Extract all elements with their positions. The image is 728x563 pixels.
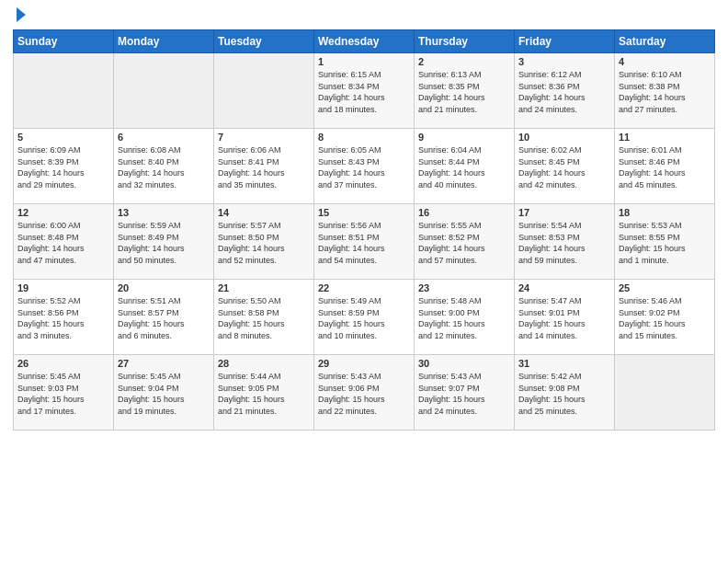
day-number: 14 [218, 207, 310, 218]
day-info: Sunrise: 5:44 AMSunset: 9:05 PMDaylight:… [218, 371, 310, 417]
col-header-monday: Monday [114, 30, 214, 53]
day-info: Sunrise: 5:42 AMSunset: 9:08 PMDaylight:… [518, 371, 610, 417]
day-number: 17 [518, 207, 610, 218]
calendar-week-1: 1Sunrise: 6:15 AMSunset: 8:34 PMDaylight… [14, 53, 715, 129]
day-number: 15 [318, 207, 410, 218]
calendar-cell: 4Sunrise: 6:10 AMSunset: 8:38 PMDaylight… [615, 53, 715, 129]
day-number: 31 [518, 358, 610, 369]
calendar-cell: 15Sunrise: 5:56 AMSunset: 8:51 PMDayligh… [314, 204, 415, 280]
calendar-cell: 30Sunrise: 5:43 AMSunset: 9:07 PMDayligh… [415, 355, 515, 431]
header [13, 9, 715, 22]
calendar-cell: 29Sunrise: 5:43 AMSunset: 9:06 PMDayligh… [314, 355, 415, 431]
day-info: Sunrise: 6:05 AMSunset: 8:43 PMDaylight:… [318, 144, 410, 190]
day-info: Sunrise: 6:09 AMSunset: 8:39 PMDaylight:… [17, 144, 109, 190]
calendar-cell: 1Sunrise: 6:15 AMSunset: 8:34 PMDaylight… [314, 53, 415, 129]
day-info: Sunrise: 5:54 AMSunset: 8:53 PMDaylight:… [518, 220, 610, 266]
day-number: 24 [518, 282, 610, 293]
col-header-tuesday: Tuesday [214, 30, 314, 53]
day-info: Sunrise: 5:55 AMSunset: 8:52 PMDaylight:… [418, 220, 510, 266]
logo-text [13, 9, 26, 22]
calendar-cell: 3Sunrise: 6:12 AMSunset: 8:36 PMDaylight… [515, 53, 615, 129]
calendar-cell: 31Sunrise: 5:42 AMSunset: 9:08 PMDayligh… [515, 355, 615, 431]
day-number: 23 [418, 282, 510, 293]
day-number: 25 [619, 282, 711, 293]
calendar-week-5: 26Sunrise: 5:45 AMSunset: 9:03 PMDayligh… [14, 355, 715, 431]
calendar-cell: 21Sunrise: 5:50 AMSunset: 8:58 PMDayligh… [214, 280, 314, 355]
day-info: Sunrise: 6:00 AMSunset: 8:48 PMDaylight:… [17, 220, 109, 266]
day-number: 30 [418, 358, 510, 369]
calendar-cell: 16Sunrise: 5:55 AMSunset: 8:52 PMDayligh… [415, 204, 515, 280]
calendar-table: SundayMondayTuesdayWednesdayThursdayFrid… [13, 29, 715, 431]
day-number: 26 [17, 358, 109, 369]
day-info: Sunrise: 6:02 AMSunset: 8:45 PMDaylight:… [518, 144, 610, 190]
day-info: Sunrise: 6:12 AMSunset: 8:36 PMDaylight:… [518, 69, 610, 115]
day-number: 29 [318, 358, 410, 369]
calendar-cell: 11Sunrise: 6:01 AMSunset: 8:46 PMDayligh… [615, 129, 715, 204]
day-number: 10 [518, 132, 610, 143]
day-number: 18 [619, 207, 711, 218]
calendar-cell: 2Sunrise: 6:13 AMSunset: 8:35 PMDaylight… [415, 53, 515, 129]
calendar-cell: 17Sunrise: 5:54 AMSunset: 8:53 PMDayligh… [515, 204, 615, 280]
day-number: 13 [118, 207, 210, 218]
calendar-cell [214, 53, 314, 129]
calendar-cell: 8Sunrise: 6:05 AMSunset: 8:43 PMDaylight… [314, 129, 415, 204]
calendar-cell: 9Sunrise: 6:04 AMSunset: 8:44 PMDaylight… [415, 129, 515, 204]
day-info: Sunrise: 5:50 AMSunset: 8:58 PMDaylight:… [218, 295, 310, 341]
day-info: Sunrise: 5:45 AMSunset: 9:03 PMDaylight:… [17, 371, 109, 417]
day-number: 6 [118, 132, 210, 143]
col-header-friday: Friday [515, 30, 615, 53]
day-info: Sunrise: 5:52 AMSunset: 8:56 PMDaylight:… [17, 295, 109, 341]
day-number: 9 [418, 132, 510, 143]
calendar-cell: 12Sunrise: 6:00 AMSunset: 8:48 PMDayligh… [14, 204, 114, 280]
calendar-week-3: 12Sunrise: 6:00 AMSunset: 8:48 PMDayligh… [14, 204, 715, 280]
day-number: 4 [619, 56, 711, 67]
day-info: Sunrise: 5:51 AMSunset: 8:57 PMDaylight:… [118, 295, 210, 341]
day-number: 11 [619, 132, 711, 143]
calendar-cell [14, 53, 114, 129]
day-number: 3 [518, 56, 610, 67]
calendar-cell: 22Sunrise: 5:49 AMSunset: 8:59 PMDayligh… [314, 280, 415, 355]
day-number: 5 [17, 132, 109, 143]
logo [13, 9, 26, 22]
calendar-cell: 5Sunrise: 6:09 AMSunset: 8:39 PMDaylight… [14, 129, 114, 204]
day-info: Sunrise: 6:13 AMSunset: 8:35 PMDaylight:… [418, 69, 510, 115]
calendar-cell: 25Sunrise: 5:46 AMSunset: 9:02 PMDayligh… [615, 280, 715, 355]
day-info: Sunrise: 5:45 AMSunset: 9:04 PMDaylight:… [118, 371, 210, 417]
calendar-cell: 19Sunrise: 5:52 AMSunset: 8:56 PMDayligh… [14, 280, 114, 355]
day-info: Sunrise: 5:43 AMSunset: 9:07 PMDaylight:… [418, 371, 510, 417]
col-header-saturday: Saturday [615, 30, 715, 53]
day-info: Sunrise: 6:15 AMSunset: 8:34 PMDaylight:… [318, 69, 410, 115]
calendar-header-row: SundayMondayTuesdayWednesdayThursdayFrid… [14, 30, 715, 53]
day-number: 7 [218, 132, 310, 143]
calendar-cell: 6Sunrise: 6:08 AMSunset: 8:40 PMDaylight… [114, 129, 214, 204]
day-info: Sunrise: 5:53 AMSunset: 8:55 PMDaylight:… [619, 220, 711, 266]
day-number: 1 [318, 56, 410, 67]
day-number: 8 [318, 132, 410, 143]
calendar-cell: 7Sunrise: 6:06 AMSunset: 8:41 PMDaylight… [214, 129, 314, 204]
col-header-thursday: Thursday [415, 30, 515, 53]
day-info: Sunrise: 6:08 AMSunset: 8:40 PMDaylight:… [118, 144, 210, 190]
day-info: Sunrise: 6:10 AMSunset: 8:38 PMDaylight:… [619, 69, 711, 115]
day-info: Sunrise: 6:01 AMSunset: 8:46 PMDaylight:… [619, 144, 711, 190]
col-header-wednesday: Wednesday [314, 30, 415, 53]
calendar-cell: 23Sunrise: 5:48 AMSunset: 9:00 PMDayligh… [415, 280, 515, 355]
calendar-cell: 20Sunrise: 5:51 AMSunset: 8:57 PMDayligh… [114, 280, 214, 355]
day-info: Sunrise: 5:46 AMSunset: 9:02 PMDaylight:… [619, 295, 711, 341]
day-number: 2 [418, 56, 510, 67]
day-info: Sunrise: 6:04 AMSunset: 8:44 PMDaylight:… [418, 144, 510, 190]
calendar-cell: 27Sunrise: 5:45 AMSunset: 9:04 PMDayligh… [114, 355, 214, 431]
day-info: Sunrise: 5:43 AMSunset: 9:06 PMDaylight:… [318, 371, 410, 417]
day-info: Sunrise: 5:47 AMSunset: 9:01 PMDaylight:… [518, 295, 610, 341]
day-info: Sunrise: 5:57 AMSunset: 8:50 PMDaylight:… [218, 220, 310, 266]
calendar-cell: 18Sunrise: 5:53 AMSunset: 8:55 PMDayligh… [615, 204, 715, 280]
col-header-sunday: Sunday [14, 30, 114, 53]
day-info: Sunrise: 5:59 AMSunset: 8:49 PMDaylight:… [118, 220, 210, 266]
calendar-cell [615, 355, 715, 431]
calendar-cell: 13Sunrise: 5:59 AMSunset: 8:49 PMDayligh… [114, 204, 214, 280]
day-number: 28 [218, 358, 310, 369]
day-number: 12 [17, 207, 109, 218]
logo-arrow-icon [17, 7, 26, 22]
day-number: 21 [218, 282, 310, 293]
day-number: 16 [418, 207, 510, 218]
day-info: Sunrise: 5:56 AMSunset: 8:51 PMDaylight:… [318, 220, 410, 266]
